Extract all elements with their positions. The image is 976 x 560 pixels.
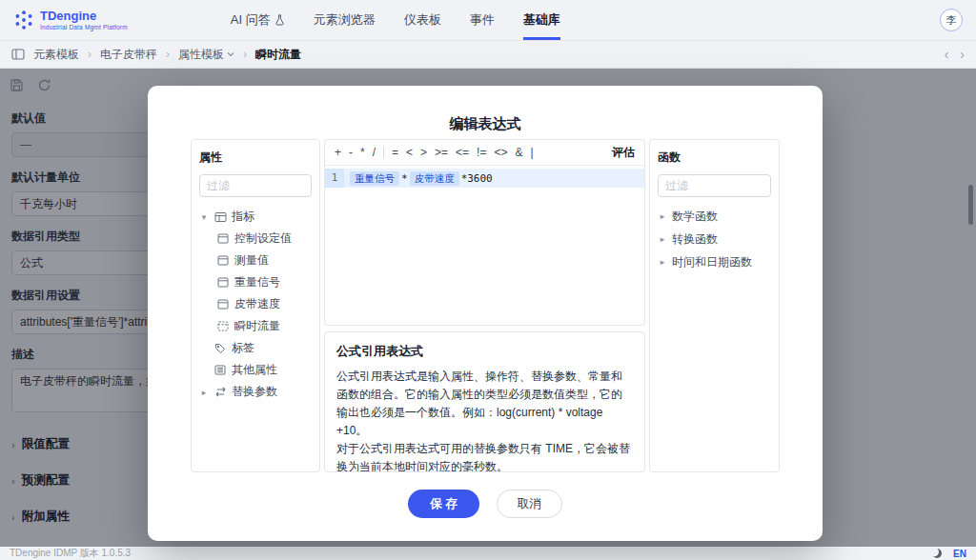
nav-item-label: AI 问答 — [231, 11, 271, 29]
attributes-filter-input[interactable] — [199, 174, 312, 197]
nav-item-events[interactable]: 事件 — [470, 0, 495, 40]
line-number: 1 — [325, 169, 344, 188]
expression-operator: * — [401, 172, 408, 185]
history-forward-icon[interactable]: › — [960, 47, 965, 62]
caret-right-icon[interactable]: ▸ — [658, 234, 667, 244]
operator-button[interactable]: < — [406, 146, 413, 159]
tree-node-label: 标签 — [232, 340, 254, 356]
user-avatar[interactable]: 李 — [940, 9, 963, 31]
tree-node-datetime-functions[interactable]: ▸ 时间和日期函数 — [658, 251, 771, 272]
save-button[interactable]: 保 存 — [408, 490, 478, 518]
tree-node-conversion-functions[interactable]: ▸ 转换函数 — [658, 229, 771, 250]
nav-item-element-browser[interactable]: 元素浏览器 — [314, 0, 376, 40]
dark-mode-icon[interactable] — [932, 549, 942, 558]
tree-node-label: 重量信号 — [234, 274, 280, 290]
breadcrumb-history-nav: ‹ › — [945, 47, 965, 62]
swap-icon — [214, 387, 227, 397]
flask-icon — [274, 14, 285, 26]
edit-expression-modal: 编辑表达式 属性 ▾ 指标 — [148, 86, 823, 541]
tree-node-tags[interactable]: 标签 — [199, 337, 312, 359]
brand-subtitle: Industrial Data Mgmt Platform — [40, 24, 128, 30]
tree-node-belt-speed[interactable]: 皮带速度 — [199, 293, 312, 315]
history-back-icon[interactable]: ‹ — [945, 47, 949, 62]
functions-tree: ▸ 数学函数 ▸ 转换函数 ▸ 时间和日期函数 — [658, 206, 771, 272]
toolbar-divider — [383, 147, 384, 158]
tree-node-math-functions[interactable]: ▸ 数学函数 — [658, 206, 771, 227]
attribute-icon — [216, 233, 230, 244]
operator-button[interactable]: & — [515, 146, 522, 159]
breadcrumb-item-attribute-template[interactable]: 属性模板 — [178, 47, 234, 63]
language-toggle[interactable]: EN — [953, 549, 966, 559]
cancel-button[interactable]: 取消 — [497, 490, 562, 518]
breadcrumb-separator: › — [88, 48, 92, 61]
tree-node-substitution-params[interactable]: ▸ 替换参数 — [199, 381, 312, 403]
expression-help: 公式引用表达式 公式引用表达式是输入属性、操作符、替换参数、常量和函数的组合。它… — [324, 331, 645, 472]
code-line: 1 重量信号 * 皮带速度 *3600 — [325, 169, 644, 188]
modal-panels: 属性 ▾ 指标 — [191, 139, 780, 472]
chevron-down-icon — [227, 51, 234, 57]
attribute-chip-weight-signal[interactable]: 重量信号 — [350, 171, 399, 186]
operator-button[interactable]: = — [392, 146, 398, 159]
tree-node-label: 测量值 — [234, 252, 269, 269]
nav-item-ai-qa[interactable]: AI 问答 — [231, 0, 285, 40]
metric-table-icon — [214, 211, 227, 223]
operator-toolbar: + - * / = < > >= <= != <> & | 评 — [325, 140, 644, 166]
operator-button[interactable]: > — [420, 146, 427, 159]
caret-right-icon[interactable]: ▸ — [199, 388, 209, 397]
tree-node-control-setpoint[interactable]: 控制设定值 — [199, 228, 312, 250]
operator-button[interactable]: <= — [456, 146, 469, 159]
nav-item-base-library[interactable]: 基础库 — [523, 0, 560, 40]
tree-node-label: 转换函数 — [672, 231, 718, 248]
tree-node-metrics[interactable]: ▾ 指标 — [199, 206, 312, 228]
operator-button[interactable]: | — [530, 146, 533, 159]
footer: TDengine IDMP 版本 1.0.5.3 EN — [0, 547, 976, 560]
operator-button[interactable]: - — [349, 146, 353, 159]
operator-button[interactable]: >= — [435, 146, 448, 159]
top-header: TDengine Industrial Data Mgmt Platform A… — [0, 0, 976, 40]
operator-button[interactable]: + — [335, 146, 341, 159]
modal-title: 编辑表达式 — [148, 86, 823, 133]
operator-button[interactable]: / — [373, 146, 376, 159]
tree-node-weight-signal[interactable]: 重量信号 — [199, 271, 312, 293]
operator-button[interactable]: != — [477, 146, 486, 159]
breadcrumb-item-element-template[interactable]: 元素模板 — [33, 47, 79, 63]
sidebar-collapse-icon[interactable] — [11, 48, 25, 61]
breadcrumb-separator: › — [243, 48, 247, 61]
operator-button[interactable]: * — [360, 146, 365, 159]
tree-node-label: 替换参数 — [232, 384, 277, 400]
caret-down-icon[interactable]: ▾ — [199, 212, 209, 222]
operator-button[interactable]: <> — [494, 146, 507, 159]
tag-icon — [214, 343, 227, 354]
nav-item-label: 基础库 — [523, 11, 560, 29]
tree-node-label: 控制设定值 — [234, 230, 292, 247]
tree-node-measured-value[interactable]: 测量值 — [199, 250, 312, 271]
brand[interactable]: TDengine Industrial Data Mgmt Platform — [13, 0, 128, 40]
modal-actions: 保 存 取消 — [148, 490, 823, 518]
nav-item-label: 元素浏览器 — [314, 11, 376, 29]
breadcrumb-item-belt-scale[interactable]: 电子皮带秤 — [100, 47, 157, 63]
expression-editor-box: + - * / = < > >= <= != <> & | 评 — [324, 139, 645, 326]
expression-editor[interactable]: 1 重量信号 * 皮带速度 *3600 — [325, 166, 644, 325]
attribute-icon — [216, 277, 230, 288]
tree-node-label: 指标 — [232, 209, 254, 225]
nav-item-dashboard[interactable]: 仪表板 — [404, 0, 441, 40]
caret-right-icon[interactable]: ▸ — [658, 257, 667, 267]
attribute-chip-belt-speed[interactable]: 皮带速度 — [410, 171, 459, 186]
evaluate-button[interactable]: 评估 — [612, 145, 635, 161]
caret-right-icon[interactable]: ▸ — [658, 211, 667, 221]
expression-content: 重量信号 * 皮带速度 *3600 — [344, 171, 493, 186]
footer-right: EN — [932, 549, 966, 559]
functions-filter-input[interactable] — [658, 174, 771, 197]
tree-node-label: 皮带速度 — [234, 296, 280, 312]
breadcrumb-item-label: 属性模板 — [178, 47, 224, 63]
help-title: 公式引用表达式 — [336, 343, 633, 360]
help-paragraph: 公式引用表达式是输入属性、操作符、替换参数、常量和函数的组合。它的输入属性的类型… — [336, 368, 633, 440]
tree-node-other-attributes[interactable]: 其他属性 — [199, 359, 312, 381]
functions-panel: 函数 ▸ 数学函数 ▸ 转换函数 ▸ 时间和日期函数 — [649, 139, 780, 472]
tdengine-logo-icon — [13, 10, 34, 30]
tree-node-label: 时间和日期函数 — [672, 254, 752, 270]
list-icon — [214, 365, 227, 375]
tree-node-instant-flow[interactable]: 瞬时流量 — [199, 315, 312, 337]
attribute-dashed-icon — [216, 321, 230, 331]
breadcrumb-separator: › — [166, 48, 170, 61]
